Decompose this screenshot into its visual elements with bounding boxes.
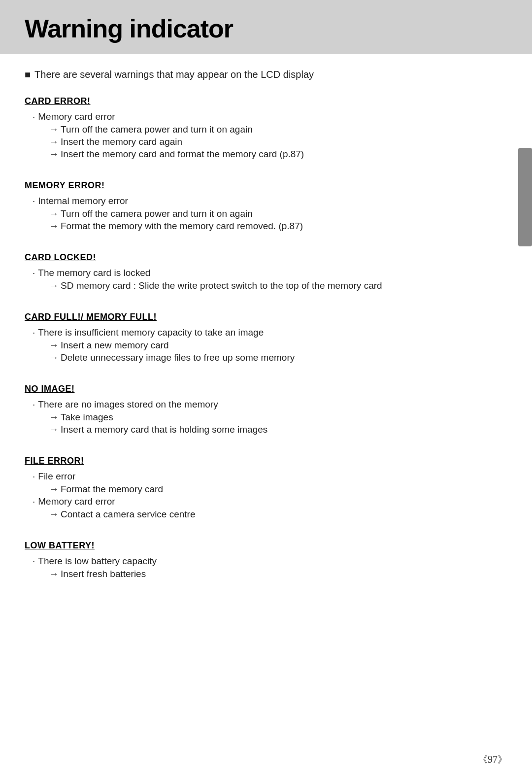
bullet-dot: · [33, 471, 35, 482]
list-item: → Insert a memory card that is holding s… [49, 424, 507, 435]
section-title-card-locked: CARD LOCKED! [25, 252, 507, 263]
arrow-text: Turn off the camera power and turn it on… [61, 124, 253, 135]
title-bar: Warning indicator [0, 0, 532, 54]
arrow-text: Insert fresh batteries [61, 569, 146, 579]
list-item: · There are no images stored on the memo… [33, 399, 507, 410]
section-no-image: NO IMAGE! · There are no images stored o… [25, 384, 507, 435]
arrow-icon: → [49, 509, 59, 520]
bullet-text: Memory card error [38, 111, 115, 122]
arrow-icon: → [49, 208, 59, 219]
arrow-text: Contact a camera service centre [61, 509, 196, 520]
section-file-error: FILE ERROR! · File error → Format the me… [25, 456, 507, 520]
arrow-text: Insert a new memory card [61, 340, 169, 351]
section-title-memory-error: MEMORY ERROR! [25, 180, 507, 191]
section-title-card-full: CARD FULL!/ MEMORY FULL! [25, 312, 507, 322]
arrow-icon: → [49, 352, 59, 363]
content-area: ■ There are several warnings that may ap… [0, 69, 532, 640]
arrow-icon: → [49, 484, 59, 495]
intro-text: There are several warnings that may appe… [34, 69, 314, 80]
bullet-text: There is insufficient memory capacity to… [38, 327, 264, 338]
bullet-text: Memory card error [38, 496, 115, 507]
list-item: → Insert the memory card and format the … [49, 149, 507, 160]
arrow-icon: → [49, 221, 59, 232]
arrow-text: Insert the memory card again [61, 136, 182, 147]
bullet-dot: · [33, 556, 35, 567]
bullet-text: Internal memory error [38, 196, 128, 206]
list-item: → Delete unnecessary image files to free… [49, 352, 507, 363]
list-item: → Take images [49, 412, 507, 423]
list-item: · There is low battery capacity [33, 556, 507, 567]
arrow-text: SD memory card : Slide the write protect… [61, 280, 382, 291]
list-item: · There is insufficient memory capacity … [33, 327, 507, 338]
arrow-text: Format the memory with the memory card r… [61, 221, 303, 232]
section-card-full: CARD FULL!/ MEMORY FULL! · There is insu… [25, 312, 507, 363]
arrow-icon: → [49, 424, 59, 435]
list-item: → SD memory card : Slide the write prote… [49, 280, 507, 291]
bullet-dot: · [33, 196, 35, 206]
scrollbar[interactable] [518, 148, 532, 246]
page: Warning indicator ■ There are several wa… [0, 0, 532, 781]
page-number: 《97》 [478, 753, 507, 766]
list-item: · Memory card error [33, 496, 507, 507]
intro-line: ■ There are several warnings that may ap… [25, 69, 507, 80]
bullet-dot: · [33, 327, 35, 338]
section-memory-error: MEMORY ERROR! · Internal memory error → … [25, 180, 507, 232]
list-item: → Turn off the camera power and turn it … [49, 208, 507, 219]
list-item: → Insert a new memory card [49, 340, 507, 351]
list-item: · Internal memory error [33, 196, 507, 206]
section-title-low-battery: LOW BATTERY! [25, 541, 507, 551]
bullet-text: File error [38, 471, 75, 482]
page-title: Warning indicator [25, 14, 507, 43]
list-item: → Insert fresh batteries [49, 569, 507, 579]
list-item: · Memory card error [33, 111, 507, 122]
arrow-text: Turn off the camera power and turn it on… [61, 208, 253, 219]
section-title-file-error: FILE ERROR! [25, 456, 507, 466]
arrow-icon: → [49, 280, 59, 291]
bullet-dot: · [33, 111, 35, 122]
section-title-card-error: CARD ERROR! [25, 96, 507, 106]
arrow-icon: → [49, 124, 59, 135]
arrow-icon: → [49, 149, 59, 160]
list-item: → Contact a camera service centre [49, 509, 507, 520]
intro-bullet: ■ [25, 69, 31, 80]
arrow-icon: → [49, 569, 59, 579]
arrow-icon: → [49, 340, 59, 351]
arrow-icon: → [49, 136, 59, 147]
arrow-icon: → [49, 412, 59, 423]
bullet-text: There is low battery capacity [38, 556, 157, 567]
section-card-error: CARD ERROR! · Memory card error → Turn o… [25, 96, 507, 160]
section-title-no-image: NO IMAGE! [25, 384, 507, 394]
list-item: · File error [33, 471, 507, 482]
arrow-text: Format the memory card [61, 484, 163, 495]
bullet-dot: · [33, 268, 35, 278]
arrow-text: Insert the memory card and format the me… [61, 149, 304, 160]
list-item: → Format the memory card [49, 484, 507, 495]
bullet-dot: · [33, 496, 35, 507]
bullet-text: The memory card is locked [38, 268, 150, 278]
list-item: → Insert the memory card again [49, 136, 507, 147]
bullet-text: There are no images stored on the memory [38, 399, 218, 410]
arrow-text: Take images [61, 412, 113, 423]
section-card-locked: CARD LOCKED! · The memory card is locked… [25, 252, 507, 291]
list-item: → Turn off the camera power and turn it … [49, 124, 507, 135]
arrow-text: Insert a memory card that is holding som… [61, 424, 267, 435]
list-item: · The memory card is locked [33, 268, 507, 278]
bullet-dot: · [33, 399, 35, 410]
list-item: → Format the memory with the memory card… [49, 221, 507, 232]
arrow-text: Delete unnecessary image files to free u… [61, 352, 295, 363]
section-low-battery: LOW BATTERY! · There is low battery capa… [25, 541, 507, 579]
